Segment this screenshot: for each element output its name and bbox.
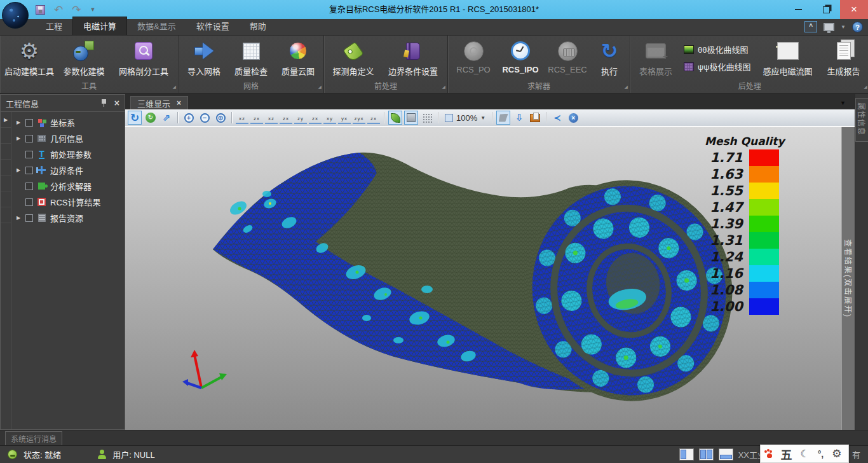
view-preset-button[interactable]: zx <box>280 111 292 124</box>
tab-em-computation[interactable]: 电磁计算 <box>72 17 127 35</box>
zoom-fit-button[interactable]: ⊕ <box>214 111 227 125</box>
points-mode-button[interactable] <box>420 111 434 125</box>
system-message-tab[interactable]: 系统运行消息 <box>5 431 62 445</box>
import-mesh-button[interactable]: 导入网格 <box>181 37 227 77</box>
select-region-button[interactable] <box>496 111 510 125</box>
view-preset-button[interactable]: zy <box>294 111 307 124</box>
checkbox[interactable] <box>25 119 33 127</box>
view-preset-button[interactable]: xz <box>236 111 248 124</box>
checkbox[interactable] <box>25 198 33 206</box>
3d-viewport[interactable]: Mesh Quality 1.71 1.63 1.55 1.47 1.39 1.… <box>125 127 855 430</box>
expand-arrow-icon[interactable]: ▶ <box>15 120 22 125</box>
tree-item-preprocess-params[interactable]: T 前处理参数 <box>11 146 125 162</box>
tree-item-analysis-solver[interactable]: 分析求解器 <box>11 178 125 194</box>
collapse-ribbon-button[interactable]: ^ <box>804 21 817 32</box>
orbit-button[interactable]: ↻ <box>144 111 158 125</box>
view-preset-button[interactable]: yx <box>338 111 351 124</box>
view-preset-button[interactable]: zx <box>309 111 322 124</box>
ime-settings-gear-icon[interactable]: ⚙ <box>832 447 841 460</box>
restore-button[interactable] <box>812 0 840 19</box>
execute-button[interactable]: ↻ 执行 <box>592 37 627 77</box>
shaded-mode-button[interactable] <box>388 111 402 125</box>
ime-mode-button[interactable]: 五 <box>780 446 792 462</box>
generate-report-button[interactable]: 生成报告 <box>821 37 867 77</box>
window-style-icon[interactable] <box>824 23 834 31</box>
tab-engineering[interactable]: 工程 <box>36 17 72 35</box>
view-preset-button[interactable]: xz <box>265 111 278 124</box>
surface-mode-button[interactable] <box>404 111 418 125</box>
app-logo-icon[interactable] <box>2 2 29 29</box>
drop-button[interactable]: ⇩ <box>512 111 526 125</box>
properties-collapsed-tab[interactable]: 属性信息 <box>855 98 868 142</box>
zoom-in-button[interactable]: + <box>182 111 196 125</box>
tree-item-boundary-conditions[interactable]: ▶ 边界条件 <box>11 162 125 178</box>
window-style-dropdown-icon[interactable]: ▼ <box>841 24 846 30</box>
layout-bottom-panel-button[interactable] <box>719 448 733 460</box>
solver-rcs-po-button[interactable]: RCS_PO <box>451 37 496 74</box>
checkbox[interactable] <box>25 183 33 190</box>
minimize-button[interactable] <box>784 0 812 19</box>
quality-contour-button[interactable]: 质量云图 <box>275 37 321 77</box>
tab-software-settings[interactable]: 软件设置 <box>186 17 240 35</box>
share-view-button[interactable]: ≺ <box>550 111 564 125</box>
view-preset-button[interactable]: zx <box>367 111 380 124</box>
zoom-level-dropdown-icon[interactable]: ▼ <box>480 115 485 121</box>
close-button[interactable]: × <box>840 0 868 19</box>
pan-button[interactable]: ⇗ <box>159 111 173 125</box>
help-icon[interactable]: ? <box>852 22 863 32</box>
export-view-button[interactable] <box>528 111 542 125</box>
expand-arrow-icon[interactable]: ▶ <box>15 135 22 141</box>
tab-data-display[interactable]: 数据&显示 <box>127 17 186 35</box>
solver-rcs-eec-button[interactable]: RCS_EEC <box>545 37 590 74</box>
ime-logo-paw-icon[interactable] <box>767 453 772 458</box>
tree-item-report-resources[interactable]: ▶ 报告资源 <box>11 210 125 226</box>
ime-punctuation-button[interactable]: °, <box>818 449 824 459</box>
rotate-view-button[interactable]: ↻ <box>128 111 142 125</box>
layout-side-panels-button[interactable] <box>699 448 714 460</box>
view-preset-button[interactable]: zx <box>250 111 263 124</box>
group-expander-icon[interactable]: ◢ <box>625 82 628 92</box>
zoom-level-control[interactable]: 100% ▼ <box>442 113 488 123</box>
tree-item-coordinate-system[interactable]: ▶ 坐标系 <box>11 114 125 130</box>
launch-modeling-tool-button[interactable]: ⚙ 启动建模工具 <box>3 37 56 77</box>
theta-polarization-curve-button[interactable]: θθ极化曲线图 <box>684 43 751 55</box>
panel-close-icon[interactable]: × <box>114 99 119 107</box>
ime-moon-icon[interactable]: ☾ <box>800 448 809 460</box>
group-expander-icon[interactable]: ◢ <box>173 82 176 92</box>
layout-left-panel-button[interactable] <box>679 448 694 460</box>
save-icon[interactable] <box>36 5 45 15</box>
zoom-out-button[interactable]: − <box>198 111 212 125</box>
ime-toolbar[interactable]: 五 ☾ °, ⚙ <box>760 445 849 463</box>
solver-rcs-ipo-button[interactable]: RCS_IPO <box>498 37 543 74</box>
quality-check-button[interactable]: 质量检查 <box>228 37 274 77</box>
tab-list-dropdown-icon[interactable]: ▼ <box>840 100 846 106</box>
tab-close-icon[interactable]: × <box>177 99 181 107</box>
close-view-button[interactable]: × <box>566 111 580 125</box>
checkbox[interactable] <box>25 214 33 222</box>
checkbox[interactable] <box>25 151 33 158</box>
psi-polarization-curve-button[interactable]: ψψ极化曲线图 <box>684 60 751 73</box>
probe-angle-button[interactable]: 探测角定义 <box>327 37 380 77</box>
mesh-partition-tool-button[interactable]: 网格剖分工具 <box>112 37 175 77</box>
pin-icon[interactable] <box>101 99 107 107</box>
undo-icon[interactable]: ↶ <box>54 4 63 15</box>
expand-arrow-icon[interactable]: ▶ <box>15 167 22 173</box>
parametric-modeling-button[interactable]: 参数化建模 <box>57 37 111 77</box>
tab-3d-display[interactable]: 三维显示 × <box>130 96 188 109</box>
view-preset-button[interactable]: xy <box>323 111 336 124</box>
guide-expand-icon[interactable]: ▶ <box>1 112 11 128</box>
tab-help[interactable]: 帮助 <box>240 17 276 35</box>
tree-item-rcs-results[interactable]: RCS计算结果 <box>11 194 125 210</box>
group-expander-icon[interactable]: ◢ <box>318 82 322 92</box>
expand-arrow-icon[interactable]: ▶ <box>15 215 22 221</box>
group-expander-icon[interactable]: ◢ <box>442 82 445 92</box>
tree-item-geometry-info[interactable]: ▶ 几何信息 <box>11 130 125 146</box>
boundary-condition-settings-button[interactable]: 边界条件设置 <box>381 37 445 77</box>
induced-current-map-button[interactable]: 感应电磁流图 <box>756 37 820 77</box>
view-preset-button[interactable]: zyx <box>353 111 365 124</box>
checkbox[interactable] <box>25 135 33 142</box>
table-display-button[interactable]: 表格展示 <box>633 37 679 77</box>
checkbox[interactable] <box>25 167 33 174</box>
group-expander-icon[interactable]: ◢ <box>864 82 867 92</box>
results-collapsed-tab[interactable]: 查看结果(双击展开) <box>841 127 855 430</box>
